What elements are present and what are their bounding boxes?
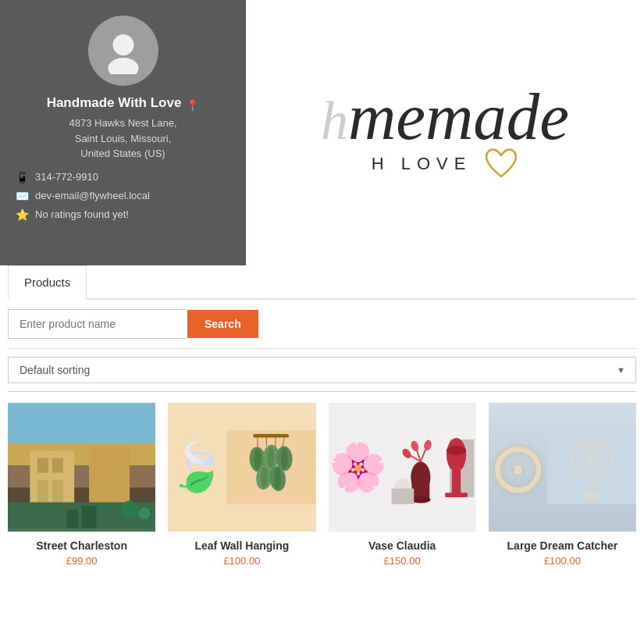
svg-point-28 — [281, 448, 288, 469]
phone-row: 📱 314-772-9910 — [16, 171, 230, 183]
avatar — [88, 16, 158, 86]
email-icon: ✉️ — [16, 190, 29, 202]
sort-bar: Default sorting Sort by popularity Sort … — [8, 349, 636, 392]
sort-select[interactable]: Default sorting Sort by popularity Sort … — [8, 357, 636, 383]
content-area: Products Search Default sorting Sort by … — [0, 265, 644, 582]
shop-address: 4873 Hawks Nest Lane,Saint Louis, Missou… — [69, 116, 176, 162]
svg-rect-14 — [82, 506, 97, 528]
star-icon: ⭐ — [16, 208, 29, 221]
svg-rect-18 — [254, 434, 290, 438]
svg-point-65 — [585, 492, 589, 499]
logo-container: hmemade H LOVE — [321, 84, 569, 182]
contact-info: 📱 314-772-9910 ✉️ dev-email@flywheel.loc… — [16, 171, 230, 227]
svg-point-30 — [261, 467, 268, 488]
ratings-text: No ratings found yet! — [35, 208, 129, 220]
product-image-2 — [329, 403, 476, 532]
user-icon — [100, 27, 147, 74]
search-input[interactable] — [8, 309, 187, 339]
svg-point-24 — [254, 449, 262, 470]
ratings-row: ⭐ No ratings found yet! — [16, 208, 230, 221]
svg-rect-40 — [445, 493, 468, 497]
product-price-0: £99.00 — [8, 555, 155, 567]
product-card-1[interactable]: Leaf Wall Hanging £100.00 — [168, 403, 315, 567]
product-name-3: Large Dream Catcher — [489, 539, 636, 552]
email-row: ✉️ dev-email@flywheel.local — [16, 190, 230, 202]
location-icon: 📍 — [186, 99, 199, 112]
product-price-2: £150.00 — [329, 555, 476, 567]
tab-products[interactable]: Products — [8, 265, 87, 300]
svg-rect-8 — [52, 458, 63, 473]
svg-point-37 — [446, 438, 465, 471]
svg-point-26 — [268, 447, 275, 468]
product-price-1: £100.00 — [168, 555, 315, 567]
svg-point-66 — [590, 493, 594, 500]
svg-point-1 — [108, 58, 138, 74]
sort-select-wrapper: Default sorting Sort by popularity Sort … — [8, 357, 636, 383]
svg-point-67 — [594, 492, 598, 499]
tabs-bar: Products — [8, 265, 636, 300]
product-name-1: Leaf Wall Hanging — [168, 539, 315, 552]
product-card-0[interactable]: Street Charleston £99.00 — [8, 403, 155, 567]
product-name-0: Street Charleston — [8, 539, 155, 552]
product-image-0 — [8, 403, 155, 532]
logo-main-text: hmemade — [321, 84, 569, 150]
product-card-3[interactable]: Large Dream Catcher £100.00 — [489, 403, 636, 567]
svg-rect-39 — [451, 471, 460, 495]
search-button[interactable]: Search — [187, 310, 258, 338]
header: Handmade With Love 📍 4873 Hawks Nest Lan… — [0, 0, 644, 265]
products-grid: Street Charleston £99.00 — [8, 403, 636, 582]
email-address: dev-email@flywheel.local — [35, 190, 150, 201]
svg-rect-13 — [67, 510, 78, 528]
product-image-1 — [168, 403, 315, 532]
svg-rect-51 — [391, 489, 414, 504]
search-bar: Search — [8, 300, 636, 349]
product-price-3: £100.00 — [489, 555, 636, 567]
svg-point-32 — [274, 468, 281, 489]
heart-icon — [484, 147, 518, 182]
shop-name: Handmade With Love — [47, 95, 182, 111]
svg-point-0 — [112, 34, 133, 55]
svg-point-38 — [446, 446, 465, 454]
product-name-2: Vase Claudia — [329, 539, 476, 552]
logo-panel: hmemade H LOVE — [246, 0, 644, 265]
shop-name-row: Handmade With Love 📍 — [47, 95, 200, 116]
phone-icon: 📱 — [16, 171, 29, 183]
product-image-3 — [489, 403, 636, 532]
phone-number: 314-772-9910 — [35, 171, 98, 183]
product-card-2[interactable]: Vase Claudia £150.00 — [329, 403, 476, 567]
shop-sidebar: Handmade With Love 📍 4873 Hawks Nest Lan… — [0, 0, 246, 265]
svg-point-16 — [138, 507, 150, 519]
svg-point-15 — [121, 501, 139, 519]
svg-rect-7 — [37, 458, 48, 473]
